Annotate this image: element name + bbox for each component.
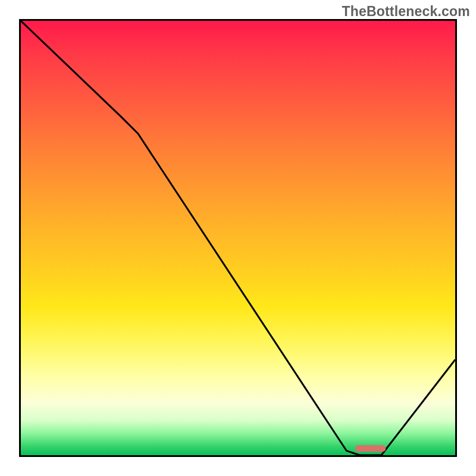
chart-svg	[21, 21, 455, 455]
plot-area	[19, 19, 457, 457]
watermark-text: TheBottleneck.com	[342, 4, 470, 20]
marker-bar	[355, 445, 386, 452]
chart-container: TheBottleneck.com	[0, 0, 476, 476]
curve-path	[21, 21, 455, 455]
